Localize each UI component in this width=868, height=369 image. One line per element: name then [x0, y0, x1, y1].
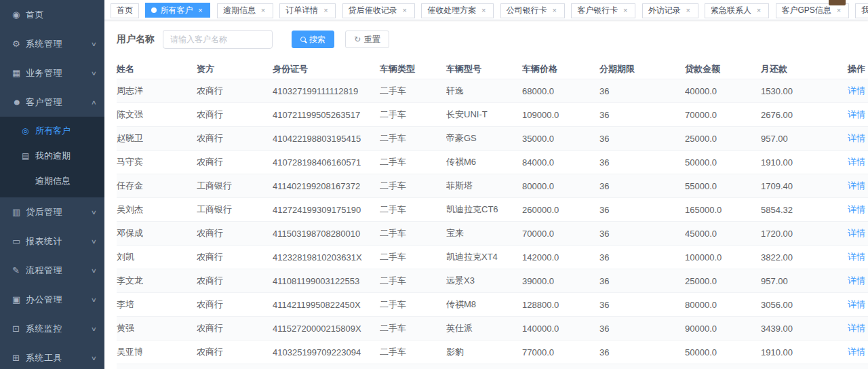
close-icon[interactable] [479, 7, 488, 15]
cell-installments: 36 [599, 134, 685, 144]
cell-installments: 36 [599, 181, 685, 191]
sidebar-item-home[interactable]: ◉ 首页 [0, 0, 104, 29]
tab[interactable]: 紧急联系人 [705, 3, 769, 18]
tab[interactable]: 订单详情 [279, 3, 336, 18]
detail-link[interactable]: 详情 [848, 204, 865, 214]
book-icon: ▥ [12, 207, 26, 217]
tab[interactable]: 客户银行卡 [571, 3, 635, 18]
customer-name-input[interactable] [163, 30, 273, 49]
detail-link[interactable]: 详情 [848, 347, 865, 357]
close-icon[interactable] [621, 7, 629, 15]
table-row: 周志洋 农商行 410327199111112819 二手车 轩逸 68000.… [117, 79, 868, 102]
close-icon[interactable] [259, 7, 267, 15]
cell-funder: 农商行 [197, 322, 273, 334]
sidebar-item-system-mgmt[interactable]: ⚙ 系统管理 ∨ [0, 29, 104, 58]
cell-vehicle-price: 68000.0 [522, 86, 599, 96]
sidebar-item-process-mgmt[interactable]: ✎ 流程管理 ∨ [0, 256, 104, 285]
sidebar-item-business-mgmt[interactable]: ▦ 业务管理 ∨ [0, 58, 104, 88]
sidebar-item-all-customers[interactable]: ◎ 所有客户 [0, 118, 104, 143]
cell-vehicle-model: 传祺M6 [446, 156, 522, 168]
sidebar-item-report-stats[interactable]: ▭ 报表统计 ∨ [0, 227, 104, 256]
detail-link[interactable]: 详情 [848, 228, 865, 238]
chevron-down-icon: ∨ [91, 355, 97, 362]
cell-installments: 36 [599, 86, 685, 96]
chevron-down-icon: ∨ [91, 267, 97, 274]
active-dot-icon [151, 7, 157, 13]
close-icon[interactable] [321, 7, 330, 15]
sidebar-item-system-tools[interactable]: ⊞ 系统工具 ∨ [0, 343, 104, 369]
cell-vehicle-type: 二手车 [380, 251, 446, 263]
detail-link[interactable]: 详情 [848, 85, 865, 96]
detail-link[interactable]: 详情 [848, 252, 865, 262]
cell-vehicle-price: 84000.0 [522, 157, 599, 168]
detail-link[interactable]: 详情 [848, 157, 865, 167]
sidebar-item-customer-mgmt[interactable]: ☻ 客户管理 ∧ [0, 88, 104, 117]
chevron-down-icon: ∨ [91, 238, 97, 245]
cell-vehicle-type: 二手车 [380, 275, 446, 287]
close-icon[interactable] [196, 6, 204, 14]
gear-icon: ⚙ [12, 39, 26, 49]
tab[interactable]: 公司银行卡 [500, 3, 565, 18]
tab[interactable]: 催收处理方案 [421, 3, 494, 18]
cell-loan-amount: 55000.0 [685, 181, 761, 191]
cell-installments: 36 [599, 252, 685, 263]
tab[interactable]: 首页 [111, 3, 139, 18]
cell-monthly-payment: 1910.00 [761, 157, 844, 168]
home-icon: ◉ [12, 9, 26, 20]
close-icon[interactable] [684, 7, 692, 15]
tab[interactable]: 贷后催收记录 [342, 3, 415, 18]
avatar[interactable] [829, 0, 846, 5]
cell-id-number: 411503198708280010 [273, 229, 380, 239]
detail-link[interactable]: 详情 [848, 275, 865, 286]
cell-name: 吴刘杰 [117, 203, 197, 216]
sidebar-item-my-overdue[interactable]: ▤ 我的逾期 [0, 143, 104, 168]
tab[interactable]: 我的待办 [855, 3, 868, 18]
cell-vehicle-type: 二手车 [380, 156, 446, 168]
close-icon[interactable] [551, 7, 559, 15]
cell-name: 马守宾 [117, 156, 197, 168]
sidebar-item-postloan-mgmt[interactable]: ▥ 贷后管理 ∨ [0, 197, 104, 227]
sidebar-item-office-mgmt[interactable]: ▣ 办公管理 ∨ [0, 285, 104, 314]
cell-vehicle-type: 二手车 [380, 298, 446, 311]
chevron-down-icon: ∨ [91, 296, 97, 303]
cell-id-number: 41232819810203631X [273, 252, 380, 263]
cell-monthly-payment: 3439.00 [761, 324, 844, 334]
cell-monthly-payment: 3056.00 [761, 300, 844, 310]
cell-vehicle-price: 39000.0 [522, 276, 599, 286]
cell-vehicle-model: 菲斯塔 [446, 180, 522, 192]
cell-funder: 农商行 [197, 251, 273, 263]
sidebar-item-overdue-info[interactable]: 逾期信息 [0, 168, 104, 193]
tab[interactable]: 外访记录 [642, 3, 698, 18]
close-icon[interactable] [835, 7, 843, 15]
detail-link[interactable]: 详情 [848, 323, 865, 333]
cell-funder: 农商行 [197, 275, 273, 287]
close-icon[interactable] [401, 7, 409, 15]
cell-loan-amount: 165000.0 [685, 205, 761, 215]
reset-button[interactable]: ↻ 重置 [345, 31, 389, 48]
circle-icon: ◎ [22, 126, 35, 136]
detail-link[interactable]: 详情 [848, 180, 865, 191]
tags-view-bar: 首页 所有客户 逾期信息 订单详情 贷后 [104, 0, 868, 20]
cell-loan-amount: 50000.0 [685, 347, 761, 357]
cell-id-number: 410422198803195415 [273, 134, 380, 144]
cell-installments: 36 [599, 229, 685, 239]
cell-vehicle-price: 80000.0 [522, 181, 599, 191]
monitor-icon: ▭ [12, 236, 26, 246]
tab[interactable]: 所有客户 [145, 3, 210, 18]
table-header-row: 姓名 资方 身份证号 车辆类型 车辆型号 车辆价格 分期期限 贷款金额 月还款 … [117, 60, 868, 79]
cell-id-number: 410327199111112819 [273, 86, 380, 96]
detail-link[interactable]: 详情 [848, 109, 865, 119]
cell-vehicle-model: 英仕派 [446, 322, 522, 334]
table-body: 周志洋 农商行 410327199111112819 二手车 轩逸 68000.… [117, 79, 868, 369]
close-icon[interactable] [755, 7, 763, 15]
cell-vehicle-price: 260000.0 [522, 205, 599, 215]
tab[interactable]: 逾期信息 [217, 3, 273, 18]
sidebar-item-system-monitor[interactable]: ⊡ 系统监控 ∨ [0, 314, 104, 343]
search-button[interactable]: 搜索 [292, 31, 334, 48]
cell-vehicle-type: 二手车 [380, 346, 446, 358]
detail-link[interactable]: 详情 [848, 299, 865, 309]
cell-id-number: 412724199309175190 [273, 205, 380, 215]
detail-link[interactable]: 详情 [848, 133, 865, 143]
cell-loan-amount: 100000.0 [685, 252, 761, 263]
customer-table: 姓名 资方 身份证号 车辆类型 车辆型号 车辆价格 分期期限 贷款金额 月还款 … [117, 60, 868, 369]
